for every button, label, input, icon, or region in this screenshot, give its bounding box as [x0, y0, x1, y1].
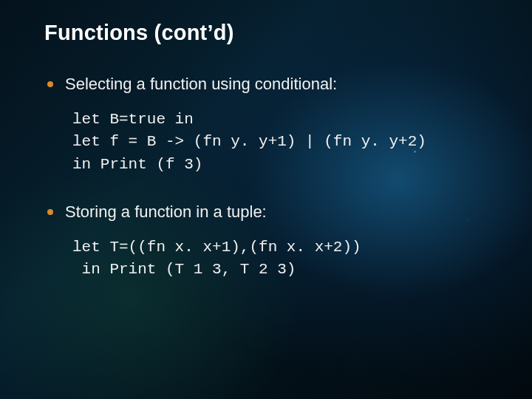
code-block: let T=((fn x. x+1),(fn x. x+2)) in Print…	[72, 236, 495, 282]
bullet-item: Storing a function in a tuple:	[44, 201, 495, 223]
code-block: let B=true in let f = B -> (fn y. y+1) |…	[72, 109, 495, 176]
bullet-item: Selecting a function using conditional:	[44, 73, 495, 95]
bullet-list: Storing a function in a tuple:	[44, 201, 495, 223]
slide-title: Functions (cont’d)	[44, 21, 495, 45]
slide: Functions (cont’d) Selecting a function …	[0, 0, 532, 399]
bullet-list: Selecting a function using conditional:	[44, 73, 495, 95]
bullet-text: Storing a function in a tuple:	[65, 202, 267, 221]
bullet-text: Selecting a function using conditional:	[65, 75, 337, 93]
